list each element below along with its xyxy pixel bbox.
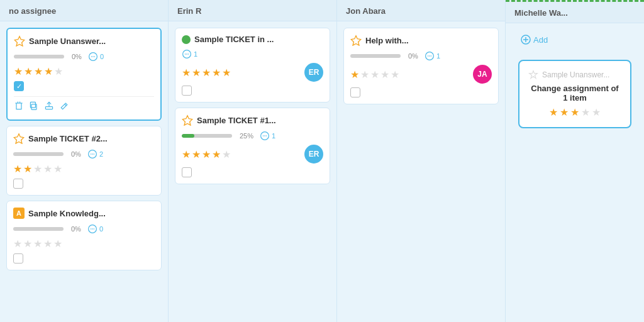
star-5: ★ [53, 163, 62, 175]
star-3: ★ [33, 238, 42, 250]
svg-point-21 [94, 228, 95, 230]
progress-bar [350, 54, 401, 58]
star-2: ★ [360, 69, 369, 80]
column-jon-abara: Jon AbaraHelp with...0%1★★★★★JA [337, 0, 506, 322]
star-2: ★ [560, 106, 569, 118]
card-checkbox[interactable] [182, 167, 192, 177]
ticket-icon [182, 114, 193, 126]
comment-badge: 1 [182, 49, 197, 59]
star-4: ★ [212, 148, 221, 160]
delete-icon[interactable] [14, 101, 24, 113]
svg-point-28 [263, 135, 264, 136]
star-4: ★ [380, 69, 389, 80]
star-3: ★ [34, 65, 43, 77]
card-checkbox[interactable] [13, 179, 23, 189]
svg-point-24 [186, 53, 187, 55]
knowledge-icon: A [13, 208, 25, 219]
star-5: ★ [54, 65, 63, 77]
stars-row: ★★★★★ [14, 65, 154, 77]
column-body-no-assignee: Sample Unanswer...0%0★★★★★Sample TICKET … [0, 21, 168, 322]
card-title-row: ASample Knowledg... [13, 208, 155, 219]
stars-container: ★★★★★ [13, 163, 62, 175]
stars-container: ★★★★★ [182, 148, 231, 160]
star-5: ★ [222, 148, 231, 160]
svg-point-29 [264, 135, 265, 136]
comment-count: 1 [272, 132, 275, 140]
card-checkbox[interactable] [13, 253, 23, 264]
star-4: ★ [581, 106, 590, 118]
edit-icon[interactable] [59, 101, 69, 113]
svg-point-4 [94, 56, 96, 57]
card-title: Help with... [365, 36, 492, 45]
card-footer [182, 167, 323, 177]
comment-badge: 1 [260, 131, 275, 141]
add-label: Add [533, 35, 548, 45]
card-card-6[interactable]: Help with...0%1★★★★★JA [343, 28, 499, 104]
tooltip-title: Sample Unanswer... [528, 70, 621, 80]
tooltip-card-title: Sample Unanswer... [542, 70, 609, 79]
card-title: Sample TICKET #2... [28, 134, 155, 143]
star-5: ★ [53, 238, 62, 250]
copy-icon[interactable] [29, 101, 39, 113]
star-3: ★ [33, 163, 42, 175]
column-michelle-wa: Michelle Wa...AddSample Unanswer...Chang… [506, 0, 644, 322]
comment-badge: 0 [87, 224, 103, 234]
card-card-4[interactable]: Sample TICKET in ...1★★★★★ER [175, 28, 330, 103]
card-title: Sample TICKET #1... [197, 116, 323, 125]
card-card-5[interactable]: Sample TICKET #1...25%1★★★★★ER [175, 108, 330, 184]
add-button[interactable]: Add [512, 30, 638, 50]
card-meta: 25%1 [182, 131, 323, 141]
card-meta: 1 [182, 49, 323, 59]
card-checkbox[interactable] [14, 81, 24, 91]
card-meta: 0%0 [13, 224, 155, 234]
upload-icon[interactable] [44, 101, 54, 113]
comment-icon [182, 49, 192, 59]
star-2: ★ [23, 238, 32, 250]
svg-marker-31 [351, 36, 360, 45]
comment-count: 0 [100, 53, 104, 60]
star-5: ★ [222, 67, 231, 79]
star-1: ★ [182, 67, 191, 79]
column-header-michelle-wa: Michelle Wa... [506, 0, 644, 23]
card-checkbox[interactable] [182, 86, 192, 96]
ticket-icon [13, 133, 25, 144]
progress-bar [14, 55, 64, 58]
svg-rect-10 [45, 107, 52, 109]
kanban-board: no assigneeSample Unanswer...0%0★★★★★Sam… [0, 0, 644, 322]
progress-text: 0% [71, 225, 81, 233]
column-erin-r: Erin RSample TICKET in ...1★★★★★ERSample… [169, 0, 337, 322]
star-5: ★ [391, 69, 399, 80]
star-4: ★ [212, 67, 221, 79]
card-footer [14, 81, 154, 91]
comment-icon [260, 131, 270, 141]
comment-icon [88, 52, 98, 62]
svg-marker-39 [530, 71, 538, 79]
stars-row: ★★★★★ [13, 163, 155, 175]
card-title: Sample Knowledg... [28, 209, 155, 218]
card-footer [350, 87, 492, 97]
card-card-1[interactable]: Sample Unanswer...0%0★★★★★ [6, 28, 162, 121]
svg-point-2 [91, 56, 92, 57]
svg-point-20 [92, 228, 93, 230]
card-card-2[interactable]: Sample TICKET #2...0%2★★★★★ [6, 126, 162, 196]
column-header-no-assignee: no assignee [0, 0, 168, 21]
stars-row: ★★★★★JA [350, 65, 492, 84]
star-2: ★ [24, 65, 33, 77]
tooltip-card: Sample Unanswer...Change assignment of 1… [518, 60, 631, 128]
star-5: ★ [592, 106, 601, 118]
star-1: ★ [549, 106, 558, 118]
star-4: ★ [43, 238, 52, 250]
card-title-row: Help with... [350, 35, 492, 46]
card-meta: 0%1 [350, 51, 492, 61]
star-1: ★ [13, 238, 22, 250]
card-title-row: Sample TICKET in ... [182, 35, 323, 44]
card-title: Sample TICKET in ... [194, 35, 323, 44]
star-2: ★ [192, 67, 201, 79]
svg-point-15 [91, 153, 92, 155]
card-card-3[interactable]: ASample Knowledg...0%0★★★★★ [6, 201, 162, 270]
star-2: ★ [192, 148, 201, 160]
card-checkbox[interactable] [350, 87, 360, 97]
card-footer [13, 253, 155, 264]
comment-count: 0 [99, 225, 103, 233]
comment-count: 2 [99, 150, 103, 158]
